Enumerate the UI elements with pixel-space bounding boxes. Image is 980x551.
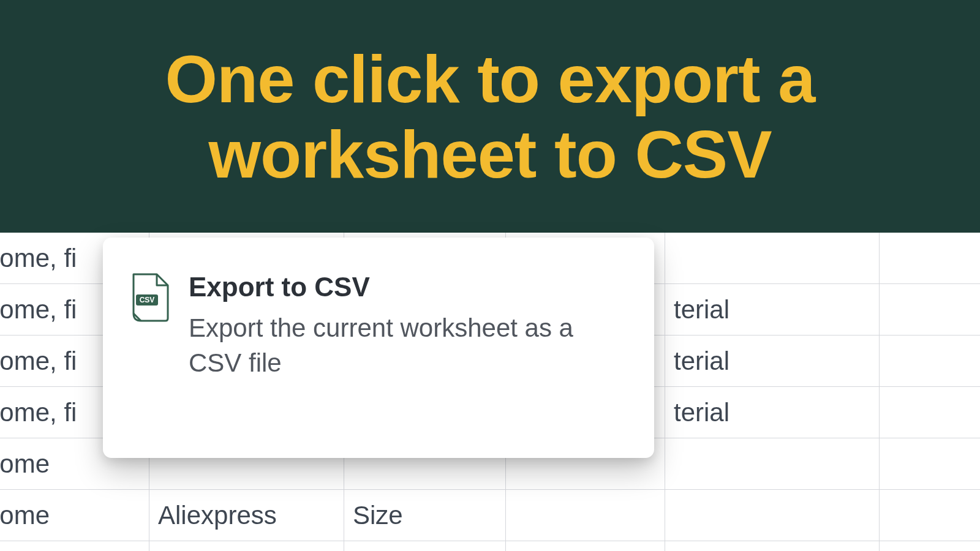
cell[interactable]: Size bbox=[344, 541, 506, 551]
svg-text:CSV: CSV bbox=[140, 296, 155, 304]
table-row: vesome Aliexpress Size bbox=[0, 541, 980, 551]
table-row: vesome Aliexpress Size bbox=[0, 490, 980, 541]
banner-title: One click to export a worksheet to CSV bbox=[37, 41, 943, 192]
cell[interactable]: Aliexpress bbox=[149, 490, 344, 541]
popup-title: Export to CSV bbox=[189, 272, 620, 302]
cell[interactable]: Size bbox=[344, 490, 506, 541]
popup-description: Export the current worksheet as a CSV fi… bbox=[189, 311, 620, 380]
cell[interactable]: vesome bbox=[0, 541, 149, 551]
cell[interactable] bbox=[665, 233, 880, 283]
cell[interactable]: terial bbox=[665, 387, 880, 438]
cell[interactable] bbox=[665, 490, 880, 541]
cell[interactable] bbox=[506, 490, 665, 541]
cell[interactable]: terial bbox=[665, 335, 880, 386]
cell[interactable] bbox=[506, 541, 665, 551]
export-csv-card[interactable]: CSV Export to CSV Export the current wor… bbox=[103, 238, 654, 458]
cell[interactable] bbox=[665, 541, 880, 551]
cell[interactable] bbox=[665, 438, 880, 489]
csv-file-icon: CSV bbox=[130, 273, 170, 322]
cell[interactable]: vesome bbox=[0, 490, 149, 541]
cell[interactable]: Aliexpress bbox=[149, 541, 344, 551]
cell[interactable]: terial bbox=[665, 284, 880, 335]
promo-banner: One click to export a worksheet to CSV bbox=[0, 0, 980, 233]
